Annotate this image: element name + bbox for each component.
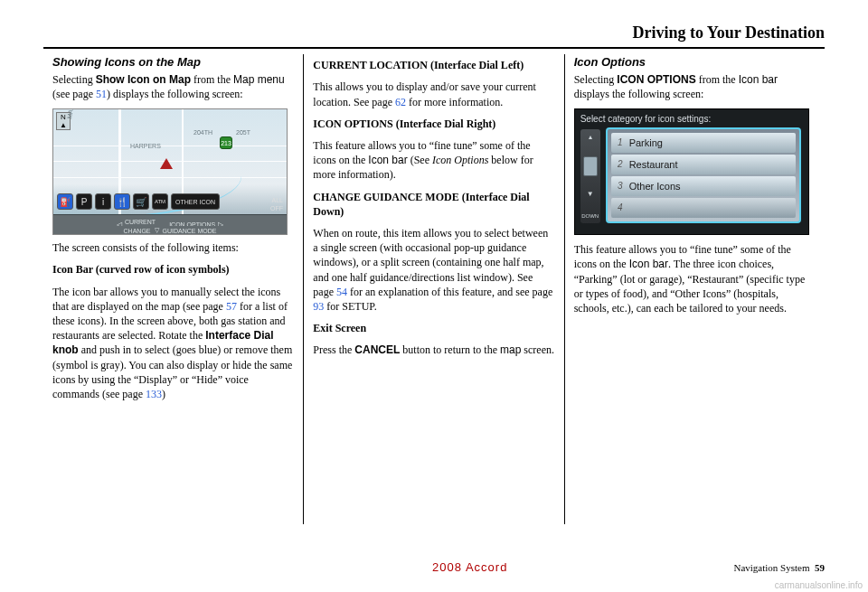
road-label-204: 204TH [193,129,212,136]
all-off-label[interactable]: ALLOFF [270,197,283,212]
col1-heading: Showing Icons on the Map [52,54,294,70]
opt-row-other[interactable]: 3Other Icons [611,176,796,196]
page-link-133[interactable]: 133 [146,388,162,400]
header-rule [43,47,825,49]
change-label[interactable]: CHANGE [124,228,151,234]
footer-right: Navigation System 59 [733,561,825,575]
page-header: Driving to Your Destination [43,22,825,43]
vehicle-cursor-icon [160,158,173,169]
opt-fig-title: Select category for icon settings: [575,109,808,127]
col3-p1: Selecting ICON OPTIONS from the Icon bar… [574,72,816,101]
col2-p2: This feature allows you to “fine tune” s… [313,138,554,183]
col1-h3: Icon Bar (curved row of icon symbols) [52,262,294,277]
col1-p2: The screen consists of the following ite… [52,240,294,255]
info-icon[interactable]: i [95,193,111,210]
col1-intro: Selecting Show Icon on Map from the Map … [52,72,294,101]
page-link-93[interactable]: 93 [313,300,324,313]
content-columns: Showing Icons on the Map Selecting Show … [43,54,825,524]
map-bottom-bar-2: CHANGE▽GUIDANCE MODE [53,226,287,235]
opt-fig-scroll[interactable]: ▴ ▼ DOWN [580,129,600,223]
guidance-mode-label[interactable]: GUIDANCE MODE [163,228,217,234]
road-label-harpers: HARPERS [130,143,161,149]
col2-p3: When on route, this item allows you to s… [313,226,554,314]
column-1: Showing Icons on the Map Selecting Show … [43,54,303,524]
highway-shield-icon: 213 [220,136,232,149]
col2-p1: This allows you to display and/or save y… [313,80,554,108]
page-link-54[interactable]: 54 [336,286,347,298]
shopping-icon[interactable]: 🛒 [133,193,149,210]
gas-icon[interactable]: ⛽ [57,193,73,210]
parking-icon[interactable]: P [76,193,92,210]
opt-row-parking[interactable]: 1Parking [611,133,796,153]
road-label-205: 205T [236,129,250,136]
opt-row-restaurant[interactable]: 2Restaurant [611,155,796,174]
column-2: CURRENT LOCATION (Interface Dial Left) T… [303,54,563,524]
map-screenshot: N▲ 204TH 205T HARPERS MADRID 213 ⛽ P i 🍴… [52,108,288,235]
footer-model: 2008 Accord [206,559,733,576]
other-icon-button[interactable]: OTHER ICON [171,193,220,210]
col3-p2: This feature allows you to “fine tune” s… [574,242,816,315]
col2-h4: Exit Screen [313,321,554,335]
col1-p3: The icon bar allows you to manually sele… [52,285,294,402]
col2-h2: ICON OPTIONS (Interface Dial Right) [313,117,554,131]
icon-bar: ⛽ P i 🍴 🛒 ATM OTHER ICON ALLOFF [53,189,287,214]
col2-h3: CHANGE GUIDANCE MODE (Interface Dial Dow… [313,190,554,219]
watermark: carmanualsonline.info [775,580,863,590]
col2-p4: Press the CANCEL button to return to the… [313,343,554,357]
icon-options-screenshot: Select category for icon settings: ▴ ▼ D… [574,108,809,235]
scroll-thumb[interactable] [583,156,598,176]
page-link-51[interactable]: 51 [96,88,107,100]
restaurant-icon[interactable]: 🍴 [114,193,130,210]
column-3: Icon Options Selecting ICON OPTIONS from… [564,54,825,524]
atm-icon[interactable]: ATM [152,193,168,210]
page-link-57[interactable]: 57 [226,300,237,313]
opt-fig-panel: 1Parking 2Restaurant 3Other Icons 4 [606,127,801,223]
col3-heading: Icon Options [574,54,816,70]
page-footer: 2008 Accord Navigation System 59 [43,559,825,576]
opt-row-blank: 4 [611,198,796,218]
page-title: Driving to Your Destination [632,22,825,43]
page-link-62[interactable]: 62 [395,96,406,108]
col2-h1: CURRENT LOCATION (Interface Dial Left) [313,58,554,72]
